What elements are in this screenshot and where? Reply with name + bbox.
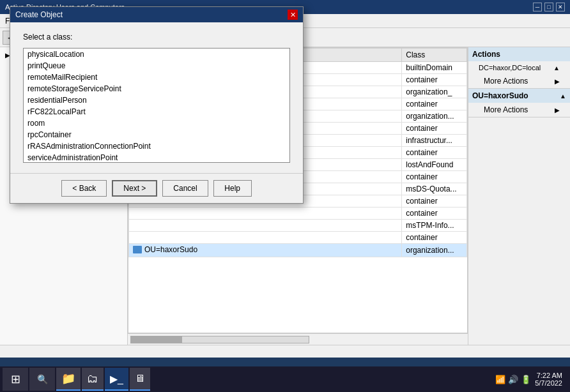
taskbar-app-aduc[interactable]: 🖥	[130, 368, 150, 391]
list-item-room[interactable]: room	[24, 117, 289, 129]
dialog-body: Select a class: physicalLocation printQu…	[10, 22, 303, 173]
taskbar-system-icons: 📶 🔊 🔋	[495, 375, 531, 384]
start-button[interactable]: ⊞	[3, 368, 28, 391]
list-item-remoteMailRecipient[interactable]: remoteMailRecipient	[24, 72, 289, 83]
create-object-dialog: Create Object ✕ Select a class: physical…	[10, 6, 304, 204]
dialog-title: Create Object	[15, 10, 63, 19]
list-item-rpcContainer[interactable]: rpcContainer	[24, 129, 289, 140]
dialog-close-button[interactable]: ✕	[288, 10, 298, 20]
help-button[interactable]: Help	[213, 180, 252, 197]
list-item-residentialPerson[interactable]: residentialPerson	[24, 94, 289, 106]
dialog-class-label: Select a class:	[23, 33, 290, 41]
list-item-rFC822LocalPart[interactable]: rFC822LocalPart	[24, 106, 289, 117]
list-item-serviceAdminPoint[interactable]: serviceAdministrationPoint	[24, 152, 289, 163]
network-icon: 📶	[495, 375, 505, 384]
taskbar: ⊞ 🔍 📁 🗂 ▶_ 🖥 📶 🔊 🔋 7:22 AM 5/7/2022	[0, 366, 570, 392]
dialog-title-bar: Create Object ✕	[10, 7, 303, 22]
next-button[interactable]: Next >	[112, 180, 157, 197]
battery-icon: 🔋	[521, 375, 531, 384]
list-item-printQueue[interactable]: printQueue	[24, 60, 289, 72]
list-item-remoteStorageServicePoint[interactable]: remoteStorageServicePoint	[24, 83, 289, 94]
clock-time: 7:22 AM	[535, 372, 562, 379]
list-item-physicalLocation[interactable]: physicalLocation	[24, 49, 289, 60]
taskbar-app-file-explorer[interactable]: 📁	[56, 368, 81, 391]
class-listbox[interactable]: physicalLocation printQueue remoteMailRe…	[23, 48, 290, 163]
volume-icon: 🔊	[508, 375, 518, 384]
list-item-rRASAdmin[interactable]: rRASAdministrationConnectionPoint	[24, 140, 289, 152]
taskbar-search[interactable]: 🔍	[29, 368, 55, 391]
taskbar-app-terminal[interactable]: ▶_	[105, 368, 128, 391]
dialog-overlay: Create Object ✕ Select a class: physical…	[0, 0, 570, 392]
clock-date: 5/7/2022	[535, 379, 562, 387]
dialog-footer: < Back Next > Cancel Help	[10, 173, 303, 203]
taskbar-app-explorer2[interactable]: 🗂	[82, 368, 104, 391]
taskbar-left: ⊞ 🔍 📁 🗂 ▶_ 🖥	[3, 368, 150, 391]
back-button[interactable]: < Back	[61, 180, 107, 197]
taskbar-time-display[interactable]: 7:22 AM 5/7/2022	[535, 372, 562, 387]
cancel-button[interactable]: Cancel	[162, 180, 208, 197]
taskbar-right: 📶 🔊 🔋 7:22 AM 5/7/2022	[495, 372, 567, 387]
